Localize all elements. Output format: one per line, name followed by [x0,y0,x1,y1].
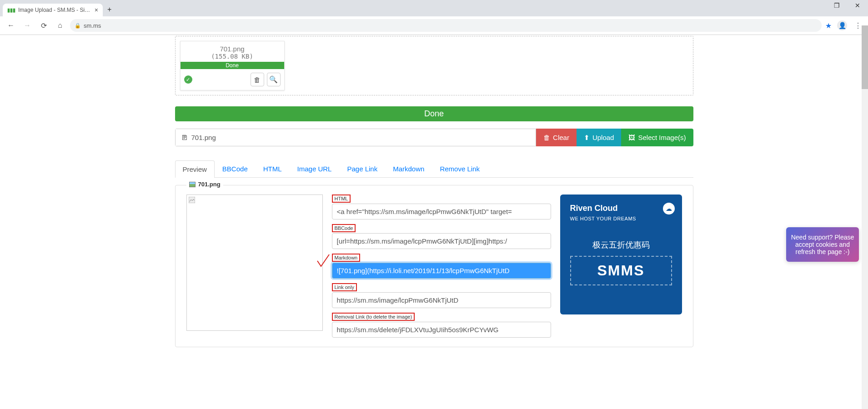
forward-button[interactable]: → [21,19,34,32]
tab-page-link[interactable]: Page Link [339,160,385,177]
checkmark-icon [316,254,330,271]
success-icon: ✓ [184,75,192,84]
bookmark-icon[interactable]: ★ [825,21,832,30]
tab-html[interactable]: HTML [256,160,290,177]
browser-tab-bar: ▮▮▮ Image Upload - SM.MS - Simp × + [0,0,868,16]
upload-icon: ⬆ [584,134,590,142]
label-markdown: Markdown [332,254,361,262]
restore-icon[interactable]: ❐ [829,2,844,9]
upload-button[interactable]: ⬆ Upload [577,129,622,146]
profile-avatar[interactable]: 👤 [837,20,847,30]
input-removal[interactable]: https://sm.ms/delete/jFDLXVtuJgUIih5os9K… [332,322,551,338]
new-tab-button[interactable]: + [103,3,116,16]
picture-icon [189,182,196,187]
ad-subtitle: WE HOST YOUR DREAMS [570,216,672,221]
label-bbcode: BBCode [332,224,356,232]
browser-tab[interactable]: ▮▮▮ Image Upload - SM.MS - Simp × [3,4,103,16]
file-icon: 🖹 [181,134,188,141]
label-html: HTML [332,195,351,203]
tab-preview[interactable]: Preview [175,160,215,178]
preview-legend: 701.png [186,181,223,188]
clear-label: Clear [553,134,569,141]
support-text: Need support? Please accept cookies and … [791,234,854,255]
result-tabs: Preview BBCode HTML Image URL Page Link … [175,160,693,178]
home-button[interactable]: ⌂ [54,19,66,32]
support-widget[interactable]: Need support? Please accept cookies and … [786,227,859,262]
tab-title: Image Upload - SM.MS - Simp [18,7,92,13]
input-markdown[interactable]: ![701.png](https://i.loli.net/2019/11/13… [332,263,551,279]
input-link-only[interactable]: https://sm.ms/image/lcpPmwG6NkTjUtD [332,292,551,308]
field-markdown: Markdown ![701.png](https://i.loli.net/2… [332,254,551,279]
zoom-icon: 🔍 [269,75,278,84]
scrollbar-thumb[interactable] [862,25,868,89]
browser-toolbar: ← → ⟳ ⌂ 🔒 sm.ms ★ 👤 ⋮ [0,16,868,35]
address-bar[interactable]: 🔒 sm.ms [70,19,822,32]
reload-button[interactable]: ⟳ [37,19,50,32]
input-html[interactable]: <a href="https://sm.ms/image/lcpPmwG6NkT… [332,204,551,219]
preview-panel: 701.png HTML <a href="https://sm.ms/imag… [175,185,693,347]
scrollbar[interactable] [862,25,868,365]
broken-image-icon [189,197,195,203]
upload-progress-bar: Done [181,62,284,69]
ad-promo: 极云五折优惠码 [570,239,672,250]
upload-filename: 701.png [183,45,281,53]
filename-box: 🖹 701.png [175,129,537,146]
legend-filename: 701.png [198,181,221,188]
tab-close-icon[interactable]: × [95,6,98,14]
delete-button[interactable]: 🗑 [251,73,264,86]
address-text: sm.ms [84,22,101,29]
sidebar-ad: ☁ Riven Cloud WE HOST YOUR DREAMS 极云五折优惠… [560,195,682,342]
trash-icon: 🗑 [254,76,261,84]
done-banner: Done [175,106,693,121]
riven-cloud-ad[interactable]: ☁ Riven Cloud WE HOST YOUR DREAMS 极云五折优惠… [560,195,682,314]
file-meta: 701.png (155.08 KB) [181,41,284,62]
ad-title: Riven Cloud [570,204,672,213]
input-group: 🖹 701.png 🗑 Clear ⬆ Upload 🖼 Select Imag… [175,129,693,146]
back-button[interactable]: ← [5,19,17,32]
drop-zone[interactable]: 701.png (155.08 KB) Done ✓ 🗑 🔍 [175,36,693,95]
upload-card: 701.png (155.08 KB) Done ✓ 🗑 🔍 [180,41,285,90]
tab-markdown[interactable]: Markdown [385,160,432,177]
image-icon: 🖼 [628,134,635,141]
field-html: HTML <a href="https://sm.ms/image/lcpPmw… [332,195,551,219]
ad-code: SMMS [570,256,672,285]
clear-button[interactable]: 🗑 Clear [536,129,577,146]
trash-icon: 🗑 [543,134,550,141]
label-link-only: Link only [332,283,357,291]
input-bbcode[interactable]: [url=https://sm.ms/image/lcpPmwG6NkTjUtD… [332,233,551,249]
page: 701.png (155.08 KB) Done ✓ 🗑 🔍 Done 🖹 70… [175,36,693,365]
filename-text: 701.png [191,134,216,141]
field-removal: Removal Link (to delete the image) https… [332,313,551,338]
field-link-only: Link only https://sm.ms/image/lcpPmwG6Nk… [332,283,551,308]
field-bbcode: BBCode [url=https://sm.ms/image/lcpPmwG6… [332,224,551,249]
cloud-icon: ☁ [663,203,675,214]
tab-remove-link[interactable]: Remove Link [432,160,487,177]
toolbar-right: ★ 👤 ⋮ [825,20,863,30]
upload-label: Upload [592,134,614,141]
card-toolbar: ✓ 🗑 🔍 [181,69,284,90]
upload-filesize: (155.08 KB) [183,53,281,60]
favicon-icon: ▮▮▮ [7,7,15,13]
window-controls: ❐ ✕ [829,2,865,9]
link-fields: HTML <a href="https://sm.ms/image/lcpPmw… [332,195,551,342]
lock-icon: 🔒 [75,23,81,29]
select-label: Select Image(s) [638,134,686,141]
tab-bbcode[interactable]: BBCode [215,160,256,177]
tab-image-url[interactable]: Image URL [290,160,340,177]
label-removal: Removal Link (to delete the image) [332,313,415,321]
zoom-button[interactable]: 🔍 [267,73,281,86]
preview-image-box [186,195,323,331]
select-images-button[interactable]: 🖼 Select Image(s) [621,129,693,146]
close-icon[interactable]: ✕ [850,2,865,9]
